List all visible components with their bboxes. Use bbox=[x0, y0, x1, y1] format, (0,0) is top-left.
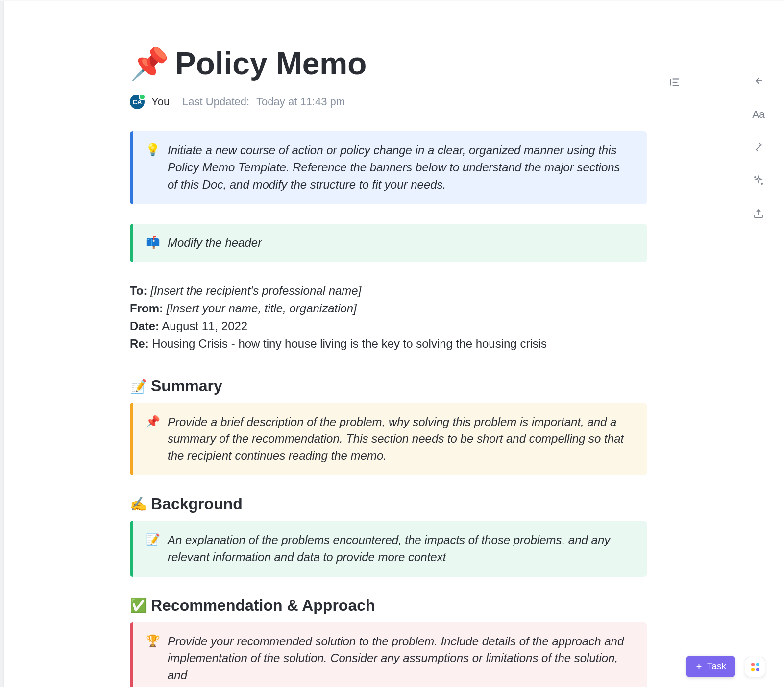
memo-header-fields[interactable]: To: [Insert the recipient's professional… bbox=[130, 282, 647, 353]
avatar[interactable]: CA bbox=[130, 95, 145, 109]
banner-header-text: Modify the header bbox=[168, 235, 262, 252]
writing-hand-icon: ✍️ bbox=[130, 496, 147, 512]
section-recommendation-title: Recommendation & Approach bbox=[151, 596, 375, 615]
apps-grid-icon bbox=[751, 663, 760, 671]
pushpin-icon: 📌 bbox=[130, 47, 169, 81]
font-aa-label: Aa bbox=[752, 108, 765, 120]
updated-value: Today at 11:43 pm bbox=[256, 95, 345, 108]
updated-label: Last Updated: bbox=[182, 95, 249, 108]
date-label: Date: bbox=[130, 319, 159, 332]
new-task-label: Task bbox=[707, 661, 726, 672]
banner-background-tip[interactable]: 📝 An explanation of the problems encount… bbox=[130, 521, 647, 577]
doc-meta-row: CA You Last Updated: Today at 11:43 pm bbox=[130, 95, 647, 109]
svg-point-5 bbox=[761, 183, 762, 184]
banner-header-tip[interactable]: 📫 Modify the header bbox=[130, 224, 647, 262]
trophy-icon: 🏆 bbox=[146, 633, 160, 648]
section-recommendation-heading[interactable]: ✅ Recommendation & Approach bbox=[130, 596, 647, 615]
date-value: August 11, 2022 bbox=[162, 319, 247, 332]
section-background-heading[interactable]: ✍️ Background bbox=[130, 495, 647, 513]
memo-icon: 📝 bbox=[130, 378, 147, 394]
font-style-button[interactable]: Aa bbox=[751, 107, 766, 121]
sparkle-button[interactable] bbox=[751, 173, 766, 188]
share-button[interactable] bbox=[751, 207, 766, 221]
from-value: [Insert your name, title, organization] bbox=[167, 302, 357, 315]
banner-background-text: An explanation of the problems encounter… bbox=[168, 532, 633, 566]
banner-recommendation-text: Provide your recommended solution to the… bbox=[168, 633, 633, 684]
checkmark-icon: ✅ bbox=[130, 597, 147, 614]
top-edge-strip bbox=[0, 0, 784, 1]
author-name[interactable]: You bbox=[151, 95, 170, 108]
to-value: [Insert the recipient's professional nam… bbox=[150, 284, 361, 297]
page-title[interactable]: 📌 Policy Memo bbox=[130, 47, 647, 81]
outline-toggle-button[interactable] bbox=[668, 76, 681, 91]
section-summary-title: Summary bbox=[151, 377, 222, 395]
new-task-button[interactable]: Task bbox=[686, 656, 735, 677]
notepad-icon: 📝 bbox=[146, 532, 160, 547]
banner-summary-tip[interactable]: 📌 Provide a brief description of the pro… bbox=[130, 403, 647, 475]
banner-intro[interactable]: 💡 Initiate a new course of action or pol… bbox=[130, 131, 647, 204]
to-label: To: bbox=[130, 284, 147, 297]
pushpin-icon: 📌 bbox=[146, 414, 160, 429]
banner-summary-text: Provide a brief description of the probl… bbox=[168, 414, 633, 465]
re-label: Re: bbox=[130, 337, 149, 350]
page-title-text: Policy Memo bbox=[175, 47, 367, 81]
document-container: 📌 Policy Memo CA You Last Updated: Today… bbox=[130, 47, 647, 687]
mailbox-icon: 📫 bbox=[146, 235, 160, 250]
collapse-panel-button[interactable] bbox=[751, 73, 766, 88]
apps-menu-button[interactable] bbox=[745, 657, 765, 677]
left-edge-strip bbox=[0, 0, 4, 687]
banner-intro-text: Initiate a new course of action or polic… bbox=[168, 142, 633, 193]
section-background-title: Background bbox=[151, 495, 243, 513]
svg-point-6 bbox=[755, 177, 756, 178]
re-value: Housing Crisis - how tiny house living i… bbox=[152, 337, 547, 350]
banner-recommendation-tip[interactable]: 🏆 Provide your recommended solution to t… bbox=[130, 622, 647, 687]
section-summary-heading[interactable]: 📝 Summary bbox=[130, 377, 647, 395]
right-toolbar: Aa bbox=[748, 73, 769, 221]
from-label: From: bbox=[130, 302, 163, 315]
ai-assist-button[interactable] bbox=[751, 140, 766, 155]
lightbulb-icon: 💡 bbox=[146, 142, 160, 157]
